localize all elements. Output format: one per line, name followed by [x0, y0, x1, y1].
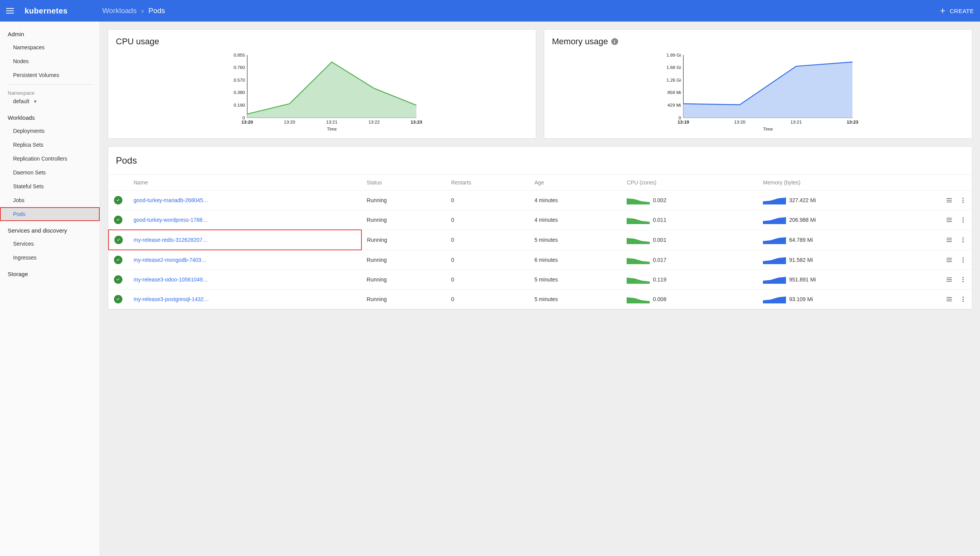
- sidebar-item-deployments[interactable]: Deployments: [0, 124, 100, 138]
- pods-col-1: Status: [361, 175, 446, 191]
- sidebar-item-daemon-sets[interactable]: Daemon Sets: [0, 166, 100, 179]
- pods-card: Pods NameStatusRestartsAgeCPU (cores)Mem…: [108, 146, 972, 310]
- svg-text:13:20: 13:20: [734, 119, 746, 124]
- pod-memory: 951.891 Mi: [758, 270, 930, 290]
- pod-memory: 91.582 Mi: [758, 250, 930, 270]
- more-icon[interactable]: [960, 216, 967, 223]
- svg-text:0.855: 0.855: [234, 52, 245, 57]
- svg-point-37: [963, 241, 964, 243]
- svg-point-43: [963, 281, 964, 282]
- namespace-value: default: [13, 98, 29, 104]
- pods-col-2: Restarts: [446, 175, 529, 191]
- table-row: my-release2-mongodb-7403…Running06 minut…: [109, 250, 972, 270]
- more-icon[interactable]: [960, 276, 967, 283]
- pods-table: NameStatusRestartsAgeCPU (cores)Memory (…: [108, 174, 972, 309]
- svg-point-44: [963, 296, 964, 298]
- sidebar-item-jobs[interactable]: Jobs: [0, 193, 100, 207]
- pods-col-5: Memory (bytes): [758, 175, 930, 191]
- svg-text:13:20: 13:20: [241, 119, 253, 124]
- pod-name-link[interactable]: my-release3-odoo-10561049…: [134, 276, 211, 283]
- svg-text:Time: Time: [327, 126, 337, 131]
- more-icon[interactable]: [960, 256, 967, 263]
- sidebar: Admin Namespaces Nodes Persistent Volume…: [0, 22, 100, 556]
- cpu-usage-title: CPU usage: [108, 30, 536, 50]
- pod-name-link[interactable]: good-turkey-wordpress-1788…: [134, 217, 211, 223]
- topbar: kubernetes Workloads › Pods CREATE: [0, 0, 980, 22]
- pod-restarts: 0: [446, 191, 529, 210]
- pod-memory: 64.789 Mi: [758, 230, 930, 250]
- logs-icon[interactable]: [946, 216, 953, 223]
- sidebar-item-ingresses[interactable]: Ingresses: [0, 251, 100, 265]
- table-row: good-turkey-mariadb-268045…Running04 min…: [109, 191, 972, 210]
- svg-text:13:21: 13:21: [791, 119, 802, 124]
- pod-age: 4 minutes: [529, 210, 621, 230]
- pod-status: Running: [361, 250, 446, 270]
- svg-point-35: [963, 237, 964, 238]
- info-icon[interactable]: i: [611, 38, 618, 45]
- pod-age: 4 minutes: [529, 191, 621, 210]
- sidebar-item-stateful-sets[interactable]: Stateful Sets: [0, 179, 100, 193]
- pod-age: 5 minutes: [529, 270, 621, 290]
- status-ok-icon: [114, 256, 122, 264]
- pod-status: Running: [361, 230, 446, 250]
- pod-age: 5 minutes: [529, 290, 621, 309]
- svg-text:0.760: 0.760: [234, 65, 245, 70]
- sidebar-item-namespaces[interactable]: Namespaces: [0, 40, 100, 54]
- memory-usage-chart: Memory (bytes)0429 Mi858 Mi1.26 Gi1.68 G…: [544, 50, 972, 138]
- sidebar-section-admin: Admin: [0, 25, 100, 40]
- svg-point-38: [963, 257, 964, 258]
- more-icon[interactable]: [960, 197, 967, 204]
- namespace-label: Namespace: [0, 87, 100, 96]
- svg-point-34: [963, 221, 964, 223]
- status-ok-icon: [114, 275, 122, 284]
- svg-point-36: [963, 239, 964, 241]
- svg-point-41: [963, 277, 964, 278]
- sidebar-item-replication-controllers[interactable]: Replication Controllers: [0, 152, 100, 166]
- memory-usage-card: Memory usage i Memory (bytes)0429 Mi858 …: [544, 29, 972, 139]
- status-ok-icon: [114, 295, 122, 303]
- pod-restarts: 0: [446, 210, 529, 230]
- svg-text:13:20: 13:20: [284, 119, 295, 124]
- logs-icon[interactable]: [946, 296, 953, 303]
- sidebar-section-storage: Storage: [0, 265, 100, 280]
- pod-age: 6 minutes: [529, 250, 621, 270]
- pod-name-link[interactable]: my-release-redis-312628207…: [134, 237, 211, 243]
- svg-point-30: [963, 200, 964, 201]
- pod-memory: 206.988 Mi: [758, 210, 930, 230]
- svg-point-32: [963, 218, 964, 219]
- logs-icon[interactable]: [946, 256, 953, 263]
- sidebar-item-pods[interactable]: Pods: [0, 207, 100, 221]
- svg-point-29: [963, 198, 964, 199]
- sidebar-item-nodes[interactable]: Nodes: [0, 54, 100, 68]
- sidebar-item-services[interactable]: Services: [0, 237, 100, 251]
- svg-text:429 Mi: 429 Mi: [667, 102, 681, 107]
- breadcrumb: Workloads › Pods: [102, 7, 165, 15]
- create-button[interactable]: CREATE: [939, 7, 974, 15]
- breadcrumb-parent[interactable]: Workloads: [102, 7, 137, 15]
- pod-name-link[interactable]: good-turkey-mariadb-268045…: [134, 197, 211, 203]
- svg-text:0.570: 0.570: [234, 77, 245, 82]
- svg-point-40: [963, 261, 964, 263]
- pod-cpu: 0.017: [621, 250, 758, 270]
- pod-name-link[interactable]: my-release2-mongodb-7403…: [134, 257, 211, 263]
- pod-restarts: 0: [446, 290, 529, 309]
- pods-col-4: CPU (cores): [621, 175, 758, 191]
- more-icon[interactable]: [960, 296, 967, 303]
- table-row: my-release3-postgresql-1432…Running05 mi…: [109, 290, 972, 309]
- logs-icon[interactable]: [946, 276, 953, 283]
- namespace-selector[interactable]: default ▾: [0, 96, 100, 108]
- svg-text:1.68 Gi: 1.68 Gi: [666, 65, 681, 70]
- more-icon[interactable]: [960, 236, 967, 243]
- svg-text:858 Mi: 858 Mi: [667, 90, 681, 95]
- table-row: my-release3-odoo-10561049…Running05 minu…: [109, 270, 972, 290]
- pod-status: Running: [361, 290, 446, 309]
- logs-icon[interactable]: [946, 236, 953, 243]
- sidebar-item-persistent-volumes[interactable]: Persistent Volumes: [0, 68, 100, 82]
- svg-text:13:19: 13:19: [677, 119, 689, 124]
- pod-name-link[interactable]: my-release3-postgresql-1432…: [134, 296, 211, 302]
- logs-icon[interactable]: [946, 197, 953, 204]
- sidebar-item-replica-sets[interactable]: Replica Sets: [0, 138, 100, 152]
- pods-col-0: Name: [128, 175, 361, 191]
- svg-text:13:21: 13:21: [326, 119, 337, 124]
- menu-icon[interactable]: [6, 6, 15, 15]
